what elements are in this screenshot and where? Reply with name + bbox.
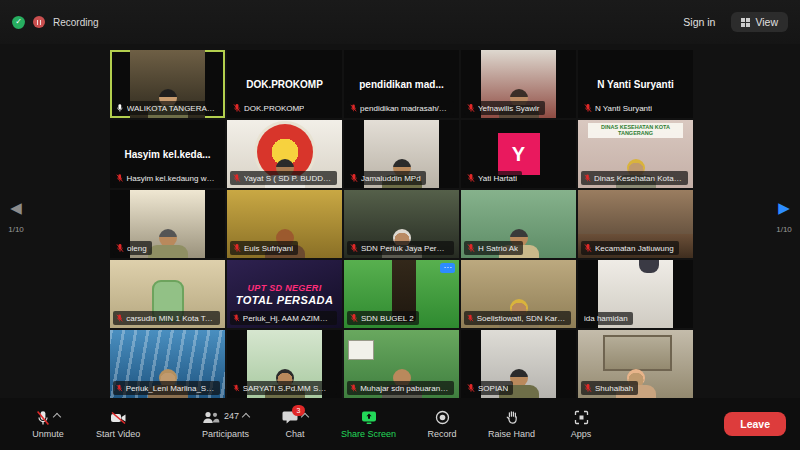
video-tile-yati-hartati[interactable]: YYati Hartati: [461, 120, 576, 188]
share-screen-button[interactable]: Share Screen: [341, 410, 396, 439]
participant-name-label: WALIKOTA TANGERANG: [113, 101, 220, 115]
participant-name-label: Dinas Kesehatan Kota Tan...: [581, 171, 688, 185]
recording-indicator: ✓ Recording: [12, 16, 99, 29]
recording-icon: [33, 16, 45, 28]
mic-muted-icon: [467, 173, 475, 183]
mic-muted-icon: [350, 103, 357, 113]
page-indicator-right: 1/10: [772, 225, 796, 234]
camera-off-icon: [110, 410, 127, 430]
video-tile-dinas-kesehatan-kota-tan[interactable]: DINAS KESEHATAN KOTA TANGERANGDinas Kese…: [578, 120, 693, 188]
meeting-toolbar: Unmute Start Video 247: [0, 398, 800, 450]
video-tile-oleng[interactable]: oleng: [110, 190, 225, 258]
gallery-pager-left: ◀ 1/10: [4, 200, 28, 234]
video-tile-hasyim-kel-kedaung-wetan[interactable]: Hasyim kel.keda...Hasyim kel.kedaung wet…: [110, 120, 225, 188]
apps-icon: [574, 410, 589, 429]
video-tile-yefnawilis-syawir[interactable]: Yefnawilis Syawir: [461, 50, 576, 118]
participant-name-label: H Satrio Ak: [464, 241, 523, 255]
participant-name-label: SOPIAN: [464, 381, 513, 395]
mic-muted-icon: [584, 243, 592, 253]
video-tile-jamaluddin-mpd[interactable]: Jamaluddin MPd: [344, 120, 459, 188]
video-tile-periuk-hj-aam-azimah-s[interactable]: UPT SD NEGERITOTAL PERSADAPeriuk_Hj. AAM…: [227, 260, 342, 328]
participants-button[interactable]: 247 Participants: [202, 410, 249, 439]
start-video-button[interactable]: Start Video: [96, 410, 140, 439]
mic-muted-icon: [116, 173, 123, 183]
meeting-window: ✓ Recording Sign in View WALIKOTA TANGER…: [0, 0, 800, 450]
encryption-shield-icon: ✓: [12, 16, 25, 29]
view-button[interactable]: View: [731, 12, 788, 32]
view-label: View: [755, 16, 778, 28]
video-tile-pendidikan-madrasah-kem[interactable]: pendidikan mad...pendidikan madrasah/kem…: [344, 50, 459, 118]
participants-icon: [202, 410, 220, 429]
mic-muted-icon: [350, 313, 358, 323]
recording-label: Recording: [53, 17, 99, 28]
record-icon: [435, 410, 450, 429]
participant-name-label: Periuk_Leni Marlina_SDN G...: [113, 381, 220, 395]
participant-name-label: Yati Hartati: [464, 171, 522, 185]
next-page-arrow-icon[interactable]: ▶: [772, 200, 796, 215]
participant-name-label: Hasyim kel.kedaung wetan: [113, 171, 220, 185]
video-tile-sopian[interactable]: SOPIAN: [461, 330, 576, 398]
mic-muted-icon: [584, 173, 591, 183]
participant-name-label: Jamaluddin MPd: [347, 171, 426, 185]
participant-name-label: N Yanti Suryanti: [581, 101, 657, 115]
mic-on-icon: [116, 103, 124, 113]
video-tile-muhajar-sdn-pabuaran-1-k[interactable]: Muhajar sdn pabuaran 1 k...: [344, 330, 459, 398]
participant-name-label: Shuhaibah: [581, 381, 638, 395]
mic-muted-icon: [350, 173, 358, 183]
sign-in-button[interactable]: Sign in: [677, 12, 721, 32]
initial-avatar: Y: [498, 133, 540, 175]
record-button[interactable]: Record: [422, 410, 462, 439]
video-tile-euis-sufriyani[interactable]: Euis Sufriyani: [227, 190, 342, 258]
participant-name-label: SDN BUGEL 2: [347, 311, 419, 325]
video-tile-soelistiowati-sdn-karawac[interactable]: Soelistiowati, SDN Karawac...: [461, 260, 576, 328]
video-tile-shuhaibah[interactable]: Shuhaibah: [578, 330, 693, 398]
raise-hand-icon: [505, 410, 519, 429]
participant-name-label: Yayat S ( SD P. BUDDHI ): [230, 171, 337, 185]
chevron-up-icon[interactable]: [242, 412, 250, 420]
video-tile-sdn-periuk-jaya-permai[interactable]: SDN Periuk Jaya Permai: [344, 190, 459, 258]
participant-silhouette: [148, 229, 188, 258]
leave-button[interactable]: Leave: [724, 412, 786, 436]
participant-name-label: Yefnawilis Syawir: [464, 101, 545, 115]
apps-label: Apps: [571, 429, 592, 439]
mic-muted-icon: [350, 243, 358, 253]
video-grid: WALIKOTA TANGERANGDOK.PROKOMPDOK.PROKOMP…: [110, 50, 693, 398]
mic-muted-icon: [36, 410, 50, 430]
video-tile-carsudin-min-1-kota-tang[interactable]: carsudin MIN 1 Kota Tang...: [110, 260, 225, 328]
video-tile-dok-prokomp[interactable]: DOK.PROKOMPDOK.PROKOMP: [227, 50, 342, 118]
chat-icon: 3: [282, 410, 298, 429]
apps-button[interactable]: Apps: [561, 410, 601, 439]
video-tile-periuk-leni-marlina-sdn-g[interactable]: Periuk_Leni Marlina_SDN G...: [110, 330, 225, 398]
raise-hand-button[interactable]: Raise Hand: [488, 410, 535, 439]
participants-label: Participants: [202, 429, 249, 439]
video-tile-ida-hamidan[interactable]: ida hamidan: [578, 260, 693, 328]
participant-name-label: SDN Periuk Jaya Permai: [347, 241, 454, 255]
video-tile-kecamatan-jatiuwung[interactable]: Kecamatan Jatiuwung: [578, 190, 693, 258]
chevron-up-icon[interactable]: [53, 412, 61, 420]
mic-muted-icon: [467, 383, 475, 393]
mic-muted-icon: [584, 383, 592, 393]
chat-label: Chat: [285, 429, 304, 439]
participant-name-label: pendidikan madrasah/kem...: [347, 101, 454, 115]
chat-button[interactable]: 3 Chat: [275, 410, 315, 439]
unmute-button[interactable]: Unmute: [28, 410, 68, 439]
mic-muted-icon: [233, 313, 240, 323]
video-tile-h-satrio-ak[interactable]: H Satrio Ak: [461, 190, 576, 258]
mic-muted-icon: [233, 243, 241, 253]
mic-muted-icon: [233, 103, 241, 113]
video-tile-n-yanti-suryanti[interactable]: N Yanti SuryantiN Yanti Suryanti: [578, 50, 693, 118]
video-tile-walikota-tangerang[interactable]: WALIKOTA TANGERANG: [110, 50, 225, 118]
mic-muted-icon: [116, 313, 123, 323]
participant-name-label: Periuk_Hj. AAM AZIMAH_S...: [230, 311, 337, 325]
mic-muted-icon: [116, 383, 123, 393]
participant-name-label: Muhajar sdn pabuaran 1 k...: [347, 381, 454, 395]
video-tile-saryati-s-pd-mm-sdn-bu[interactable]: SARYATI.S.Pd.MM SDN BU...: [227, 330, 342, 398]
participant-name-label: Euis Sufriyani: [230, 241, 298, 255]
mic-muted-icon: [467, 103, 475, 113]
share-screen-label: Share Screen: [341, 429, 396, 439]
participant-name-label: Soelistiowati, SDN Karawac...: [464, 311, 571, 325]
video-tile-yayat-s-sd-p-buddhi[interactable]: Yayat S ( SD P. BUDDHI ): [227, 120, 342, 188]
previous-page-arrow-icon[interactable]: ◀: [4, 200, 28, 215]
video-tile-sdn-bugel-2[interactable]: SDN BUGEL 2: [344, 260, 459, 328]
participant-name-label: carsudin MIN 1 Kota Tang...: [113, 311, 220, 325]
